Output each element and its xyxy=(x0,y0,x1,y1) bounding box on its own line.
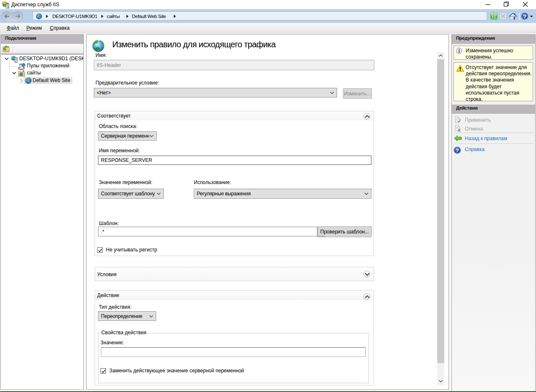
svg-text:?: ? xyxy=(456,147,459,154)
svg-text:?: ? xyxy=(523,13,526,20)
